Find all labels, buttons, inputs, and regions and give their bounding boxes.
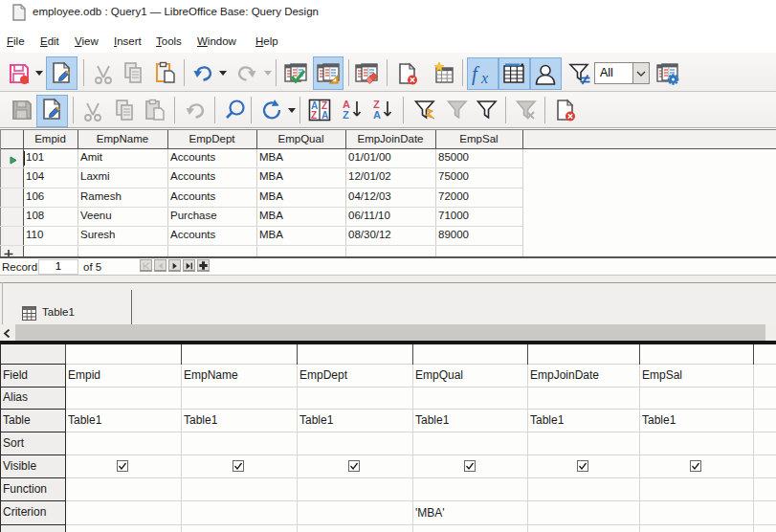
- svg-text:f: f: [472, 62, 480, 85]
- svg-text:A: A: [321, 110, 328, 121]
- svg-text:Z: Z: [311, 110, 317, 121]
- svg-text:A: A: [373, 109, 381, 121]
- svg-text:Z: Z: [343, 109, 349, 121]
- svg-text:x: x: [480, 70, 488, 85]
